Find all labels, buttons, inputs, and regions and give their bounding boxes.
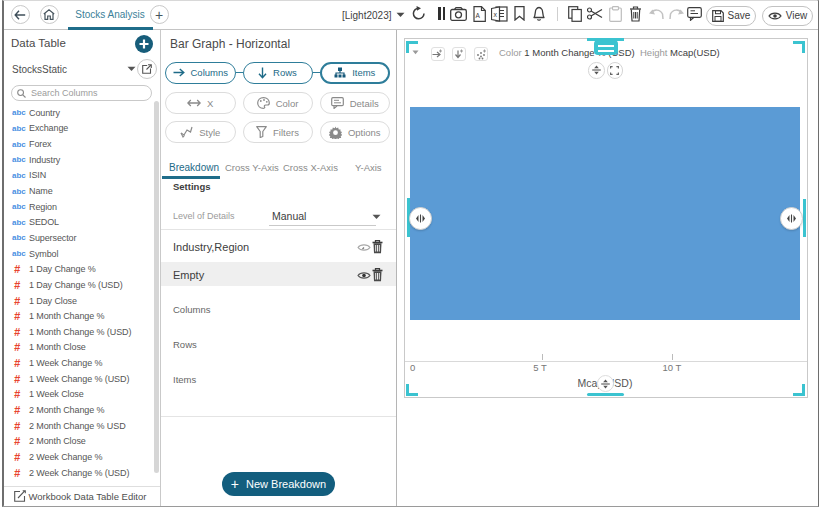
- svg-text:x: x: [494, 11, 498, 18]
- svg-text:A: A: [475, 12, 480, 19]
